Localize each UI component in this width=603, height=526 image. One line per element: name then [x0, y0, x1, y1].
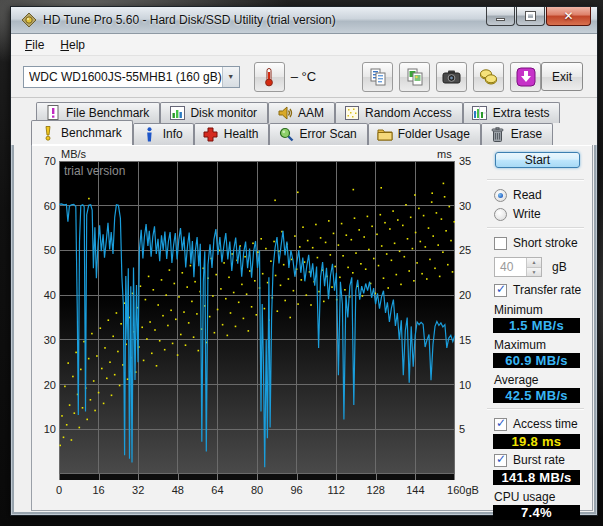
short-stroke-row[interactable]: Short stroke: [494, 236, 584, 250]
y-right-tick: 30: [459, 200, 471, 212]
disk-monitor-icon: [169, 105, 185, 121]
access-time-checkbox[interactable]: [494, 418, 507, 431]
minimum-value: 1.5 MB/s: [493, 318, 580, 333]
register-button[interactable]: [473, 62, 504, 92]
maximum-label: Maximum: [494, 338, 584, 352]
capacity-unit-label: gB: [552, 260, 567, 274]
read-label: Read: [513, 188, 542, 202]
y-left-tick: 60: [32, 200, 56, 212]
copy-image-button[interactable]: [399, 62, 430, 92]
chevron-down-icon: ▼: [222, 67, 239, 87]
transfer-rate-row[interactable]: Transfer rate: [494, 283, 584, 297]
y-right-tick: 5: [459, 423, 465, 435]
x-tick: 128: [356, 484, 396, 496]
titlebar[interactable]: HD Tune Pro 5.60 - Hard Disk/SSD Utility…: [11, 7, 597, 34]
write-label: Write: [513, 207, 541, 221]
tab-info[interactable]: Info: [133, 123, 194, 145]
capacity-row: 40 ▲ ▼ gB: [494, 257, 584, 277]
start-button[interactable]: Start: [495, 152, 580, 168]
tab-label: AAM: [298, 106, 324, 120]
maximize-button[interactable]: [516, 7, 545, 26]
y-left-tick: 20: [32, 379, 56, 391]
chart-canvas: [59, 161, 455, 480]
menubar: File Help: [11, 34, 597, 56]
stepper-buttons: ▲ ▼: [526, 258, 541, 276]
control-panel: Start Read Write Short stroke 40: [481, 145, 592, 510]
exit-button[interactable]: Exit: [541, 62, 583, 91]
y-right-tick: 10: [459, 379, 471, 391]
x-tick: 160gB: [443, 484, 483, 496]
write-radio[interactable]: [494, 208, 507, 221]
burst-rate-checkbox[interactable]: [494, 454, 507, 467]
tab-row-primary: Benchmark Info Health Error Scan: [31, 123, 597, 145]
separator: [487, 179, 584, 181]
file-benchmark-icon: [45, 105, 61, 121]
access-time-label: Access time: [513, 417, 578, 431]
tab-aam[interactable]: AAM: [268, 102, 335, 123]
capacity-stepper[interactable]: 40 ▲ ▼: [494, 257, 542, 277]
trash-icon: [490, 126, 506, 142]
tab-label: Error Scan: [299, 127, 356, 141]
short-stroke-checkbox[interactable]: [494, 237, 507, 250]
y-right-tick: 35: [459, 155, 471, 167]
caption-buttons: ✕: [485, 7, 591, 26]
y-left-axis-title: MB/s: [61, 148, 86, 160]
update-button[interactable]: [510, 62, 541, 92]
tab-error-scan[interactable]: Error Scan: [269, 123, 367, 145]
transfer-rate-checkbox[interactable]: [494, 284, 507, 297]
minimize-icon: [496, 18, 505, 21]
screenshot-button[interactable]: [436, 62, 467, 92]
tab-folder-usage[interactable]: Folder Usage: [368, 123, 481, 145]
y-right-tick: 25: [459, 244, 471, 256]
app-window: HD Tune Pro 5.60 - Hard Disk/SSD Utility…: [10, 6, 598, 516]
average-value: 42.5 MB/s: [493, 388, 580, 403]
copy-text-button[interactable]: [362, 62, 393, 92]
stepper-up-icon[interactable]: ▲: [527, 258, 541, 268]
tab-erase[interactable]: Erase: [481, 123, 553, 145]
tab-extra-tests[interactable]: Extra tests: [463, 102, 561, 123]
y-left-tick: 10: [32, 423, 56, 435]
read-radio[interactable]: [494, 189, 507, 202]
tab-benchmark[interactable]: Benchmark: [31, 120, 133, 145]
write-radio-row[interactable]: Write: [494, 207, 584, 221]
tab-disk-monitor[interactable]: Disk monitor: [160, 102, 268, 123]
tab-health[interactable]: Health: [194, 123, 270, 145]
info-icon: [142, 126, 158, 142]
tab-label: Erase: [511, 127, 542, 141]
y-right-tick: 15: [459, 334, 471, 346]
benchmark-tab-page: MB/s ms trial version 70605040302010 353…: [31, 145, 593, 511]
access-time-row[interactable]: Access time: [494, 417, 584, 431]
copy-text-icon: [369, 68, 387, 86]
toolbar-icon-group: [362, 62, 541, 92]
tab-label: Health: [224, 127, 259, 141]
coins-icon: [479, 68, 498, 86]
close-button[interactable]: ✕: [546, 7, 591, 26]
access-time-value: 19.8 ms: [493, 434, 580, 449]
x-tick: 32: [118, 484, 158, 496]
burst-rate-row[interactable]: Burst rate: [494, 453, 584, 467]
average-label: Average: [494, 373, 584, 387]
minimize-button[interactable]: [486, 7, 515, 26]
short-stroke-label: Short stroke: [513, 236, 578, 250]
cpu-usage-label: CPU usage: [494, 490, 584, 504]
window-title: HD Tune Pro 5.60 - Hard Disk/SSD Utility…: [43, 13, 336, 27]
tab-label: Folder Usage: [398, 127, 470, 141]
separator: [487, 408, 584, 410]
chart-plot-area: trial version: [59, 161, 455, 480]
exclamation-icon: [40, 125, 56, 141]
y-right-axis-title: ms: [437, 148, 452, 160]
toolbar: WDC WD1600JS-55MHB1 (160 gB) ▼ – °C: [11, 56, 597, 98]
stepper-down-icon[interactable]: ▼: [527, 268, 541, 277]
benchmark-chart: MB/s ms trial version 70605040302010 353…: [32, 145, 481, 510]
x-tick: 96: [277, 484, 317, 496]
minimum-label: Minimum: [494, 303, 584, 317]
temperature-button[interactable]: [254, 62, 285, 92]
transfer-rate-label: Transfer rate: [513, 283, 581, 297]
maximum-value: 60.9 MB/s: [493, 353, 580, 368]
menu-file[interactable]: File: [17, 35, 52, 55]
tab-random-access[interactable]: Random Access: [335, 102, 463, 123]
menu-help[interactable]: Help: [52, 35, 93, 55]
drive-selector-value: WDC WD1600JS-55MHB1 (160 gB): [29, 70, 222, 84]
drive-selector[interactable]: WDC WD1600JS-55MHB1 (160 gB) ▼: [23, 66, 240, 88]
read-radio-row[interactable]: Read: [494, 188, 584, 202]
